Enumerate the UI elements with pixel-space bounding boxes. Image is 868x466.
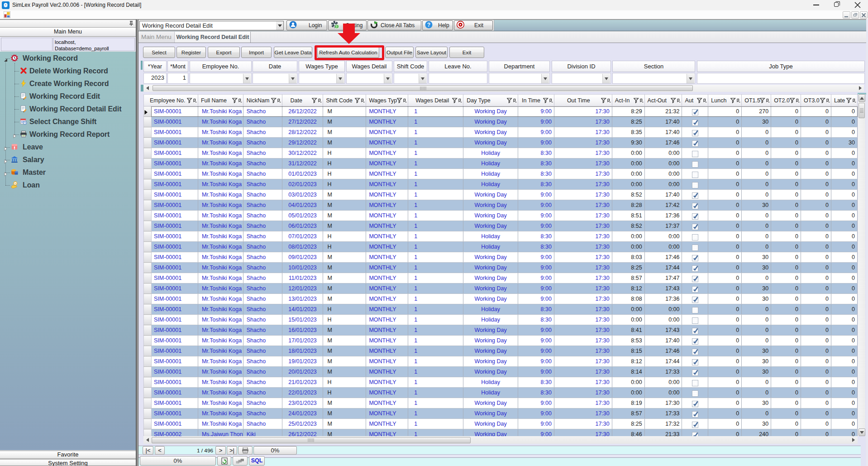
svg-text:?: ? bbox=[427, 22, 430, 28]
svg-text:%: % bbox=[14, 182, 17, 186]
